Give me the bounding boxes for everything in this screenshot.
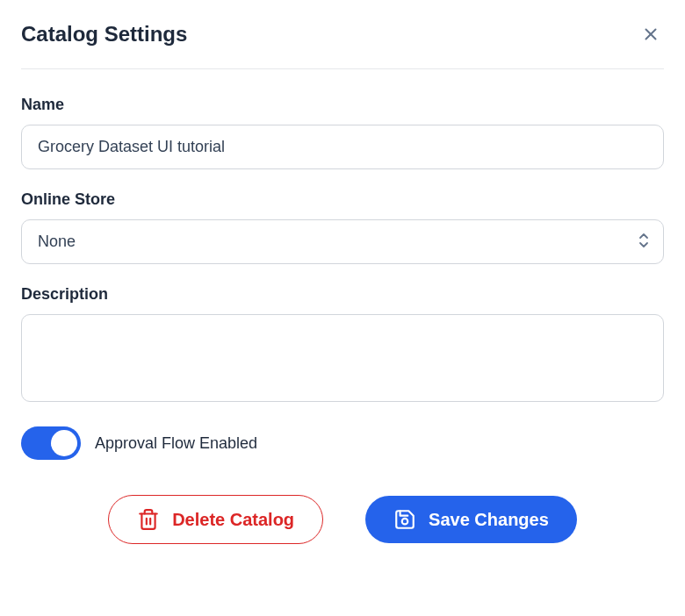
delete-button-label: Delete Catalog bbox=[172, 510, 294, 530]
description-label: Description bbox=[21, 285, 664, 304]
save-changes-button[interactable]: Save Changes bbox=[365, 496, 577, 543]
svg-point-4 bbox=[402, 519, 408, 525]
close-button[interactable] bbox=[638, 21, 664, 47]
delete-catalog-button[interactable]: Delete Catalog bbox=[108, 495, 323, 544]
save-icon bbox=[393, 508, 416, 531]
online-store-value: None bbox=[38, 233, 76, 250]
header-divider bbox=[21, 68, 664, 69]
online-store-select[interactable]: None bbox=[21, 219, 664, 264]
name-field-group: Name bbox=[21, 96, 664, 169]
save-button-label: Save Changes bbox=[429, 510, 549, 530]
online-store-select-wrapper: None bbox=[21, 219, 664, 264]
approval-flow-label: Approval Flow Enabled bbox=[95, 434, 257, 453]
action-buttons: Delete Catalog Save Changes bbox=[21, 495, 664, 544]
name-label: Name bbox=[21, 96, 664, 114]
approval-flow-row: Approval Flow Enabled bbox=[21, 426, 664, 460]
description-input[interactable] bbox=[21, 314, 664, 402]
name-input[interactable] bbox=[21, 125, 664, 169]
close-icon bbox=[641, 25, 660, 44]
description-field-group: Description bbox=[21, 285, 664, 405]
online-store-label: Online Store bbox=[21, 190, 664, 209]
dialog-header: Catalog Settings bbox=[21, 21, 664, 68]
trash-icon bbox=[137, 508, 160, 531]
toggle-knob bbox=[51, 430, 77, 456]
online-store-field-group: Online Store None bbox=[21, 190, 664, 264]
approval-flow-toggle[interactable] bbox=[21, 426, 81, 460]
dialog-title: Catalog Settings bbox=[21, 22, 187, 47]
